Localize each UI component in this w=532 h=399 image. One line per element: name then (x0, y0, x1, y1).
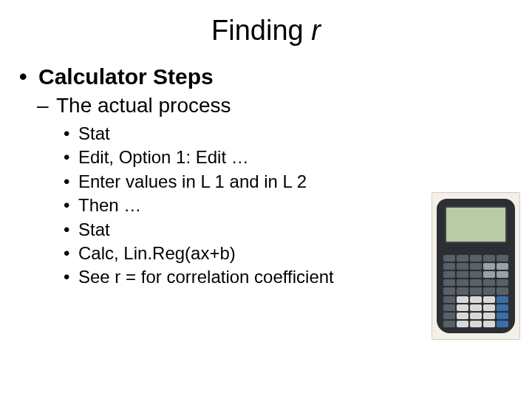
title-prefix: Finding (211, 15, 311, 46)
step-item: Stat (64, 218, 421, 242)
step-text: Then … (78, 195, 141, 215)
title-variable: r (311, 15, 321, 46)
slide-title: Finding r (0, 0, 532, 64)
bullet-level1: Calculator Steps (19, 64, 421, 89)
step-item: See r = for correlation coefficient (64, 265, 421, 289)
step-item: Calc, Lin.Reg(ax+b) (64, 242, 421, 265)
step-text: Stat (78, 219, 110, 239)
calculator-screen (445, 206, 507, 243)
calculator-body (437, 199, 515, 333)
step-text: Stat (78, 123, 110, 143)
step-text: Calc, Lin.Reg(ax+b) (78, 243, 236, 263)
step-item: Edit, Option 1: Edit … (64, 146, 421, 169)
step-text: Enter values in L 1 and in L 2 (78, 171, 307, 191)
calculator-keypad (443, 255, 508, 327)
bullet-l1-text: Calculator Steps (38, 64, 214, 89)
step-item: Stat (64, 122, 421, 146)
calculator-image (432, 192, 520, 340)
step-text: Edit, Option 1: Edit … (78, 147, 249, 167)
bullet-level2: The actual process (37, 94, 421, 117)
calculator-brand-label (445, 245, 507, 251)
step-item: Then … (64, 194, 421, 217)
bullet-l2-text: The actual process (56, 94, 231, 117)
step-text: See r = for correlation coefficient (78, 267, 334, 287)
step-item: Enter values in L 1 and in L 2 (64, 170, 421, 194)
